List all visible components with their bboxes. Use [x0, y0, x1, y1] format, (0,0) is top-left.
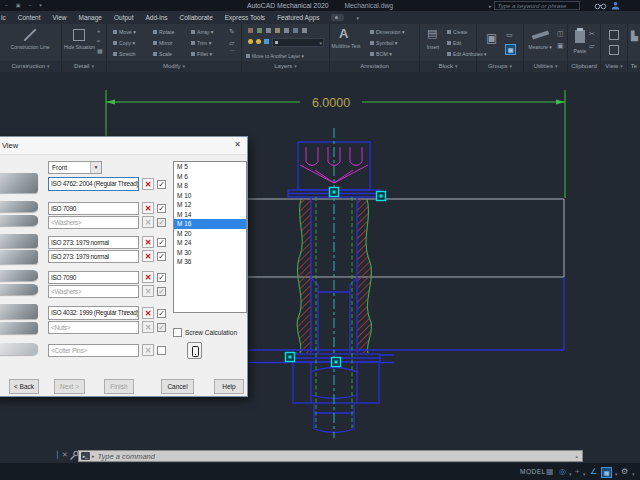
customization-gear-icon[interactable]: ⚙ [621, 466, 628, 477]
back-button[interactable]: < Back [9, 379, 39, 394]
calculator-icon[interactable]: ▣ [557, 42, 564, 49]
close-icon[interactable]: ✕ [234, 140, 241, 149]
layer-freeze-icon[interactable] [256, 39, 261, 44]
move-button[interactable]: Move ▾ [113, 30, 136, 35]
dimension-button[interactable]: Dimension ▾ [370, 30, 405, 35]
erase-icon[interactable]: ▱ [229, 39, 234, 46]
panel-label-construction[interactable]: Construction▾ [0, 61, 61, 72]
hole-top-field[interactable]: ISO 273: 1979 normal [48, 236, 139, 249]
array-button[interactable]: Array ▾ [191, 30, 213, 35]
arc-icon[interactable]: ⌒ [229, 50, 236, 57]
layer-lock-icon[interactable] [264, 39, 269, 44]
tab-express-tools[interactable]: Express Tools [225, 14, 265, 21]
spiral-icon[interactable]: ≈ [97, 38, 100, 44]
washer-top-field[interactable]: ISO 7090 [48, 202, 139, 215]
close-icon[interactable]: ✕ [62, 451, 68, 458]
panel-label-annotation[interactable]: Annotation [330, 61, 419, 72]
tab-collaborate[interactable]: Collaborate [180, 14, 213, 21]
tab-featured-apps[interactable]: Featured Apps [277, 14, 319, 21]
panel-label-layers[interactable]: Layers▾ [242, 61, 329, 72]
nut-visible-checkbox[interactable]: ✓ [157, 309, 166, 318]
layer-dropdown[interactable]: ▾ [272, 38, 324, 47]
cancel-button[interactable]: Cancel [161, 379, 194, 394]
model-space-button[interactable]: MODEL [520, 468, 546, 475]
screw-assembly[interactable] [240, 142, 564, 433]
copy-clip-icon[interactable]: ▱ [589, 42, 594, 49]
hole-bottom-field[interactable]: ISO 273: 1979 normal [48, 250, 139, 263]
mirror-button[interactable]: Mirror [153, 41, 173, 46]
list-item[interactable]: M 20 [174, 229, 246, 239]
layer-tool-icon[interactable] [266, 28, 271, 33]
list-item-selected[interactable]: M 16 [174, 219, 246, 229]
dialog-title-bar[interactable]: View ✕ [0, 137, 247, 155]
help-button[interactable]: Help [214, 379, 244, 394]
multiline-text-icon[interactable]: A [339, 27, 348, 40]
view-section-icon[interactable] [609, 45, 619, 55]
list-item[interactable]: M 5 [174, 162, 246, 172]
panel-label-utilities[interactable]: Utilities▾ [524, 61, 567, 72]
insert-button[interactable]: Insert [420, 44, 446, 50]
thread-size-list[interactable]: M 5 M 6 M 8 M 10 M 12 M 14 M 16 M 20 M 2… [173, 161, 247, 313]
hide-situation-button[interactable]: Hide Situation [63, 44, 96, 50]
chevron-down-icon[interactable]: ▾ [569, 469, 572, 480]
insert-block-icon[interactable]: ▤ [427, 28, 437, 39]
view-direction-dropdown[interactable]: Front ▼ [48, 161, 102, 174]
panel-label-modify[interactable]: Modify▾ [107, 61, 241, 72]
tab-view[interactable]: View [52, 14, 66, 21]
delete-nut-button[interactable]: ✕ [142, 307, 154, 319]
move-to-another-layer-button[interactable]: Move to Another Layer ▾ [246, 54, 304, 60]
nut-standard-field[interactable]: ISO 4032: 1999 (Regular Thread) [48, 306, 139, 320]
chevron-down-icon[interactable]: ▾ [632, 469, 635, 480]
expand-arrow-icon[interactable]: ▴ [575, 453, 578, 459]
chevron-down-icon[interactable]: ▾ [356, 15, 359, 21]
snap-mode-icon[interactable]: ◎ [559, 466, 566, 477]
multiline-text-button[interactable]: Multiline Text [330, 43, 362, 49]
front-view-toggle-button[interactable] [187, 342, 202, 359]
tab-add-ins[interactable]: Add-ins [145, 14, 167, 21]
pencil-icon[interactable]: ✎ [229, 28, 235, 35]
upper-plate[interactable] [240, 199, 564, 277]
screw-calculation-checkbox[interactable] [173, 328, 182, 337]
chevron-down-icon[interactable]: ▾ [615, 469, 618, 480]
panel-label-groups[interactable]: Groups▾ [477, 61, 523, 72]
create-block-button[interactable]: Create [447, 30, 467, 36]
delete-washer-button[interactable]: ✕ [142, 271, 154, 283]
tab-parametric-partial[interactable]: ic [1, 14, 6, 21]
list-item[interactable]: M 24 [174, 238, 246, 248]
hole-visible-checkbox[interactable]: ✓ [157, 252, 166, 261]
binoculars-search-icon[interactable] [594, 1, 607, 10]
panel-label-view[interactable]: View▾ [601, 61, 627, 72]
search-input[interactable] [494, 1, 580, 10]
layer-tool-icon[interactable] [284, 28, 289, 33]
fillet-button[interactable]: Fillet ▾ [191, 52, 212, 57]
hide-situation-icon[interactable] [73, 29, 85, 41]
view-base-icon[interactable] [609, 30, 619, 40]
paste-clipboard-icon[interactable] [575, 30, 585, 43]
rotate-button[interactable]: Rotate [153, 30, 174, 35]
quick-select-icon[interactable]: ◫ [557, 30, 564, 37]
tab-content[interactable]: Content [18, 14, 41, 21]
panel-label-detail[interactable]: Detail▾ [62, 61, 106, 72]
screw-calculation-option[interactable]: Screw Calculation [173, 328, 237, 337]
layer-tool-icon[interactable] [302, 28, 307, 33]
tool-icon[interactable]: ▙ [631, 32, 638, 41]
grid-icon[interactable]: ▦ [97, 48, 103, 54]
delete-screw-button[interactable]: ✕ [142, 178, 154, 190]
list-item[interactable]: M 14 [174, 210, 246, 220]
edit-block-button[interactable]: Edit [447, 41, 461, 47]
delete-hole-button[interactable]: ✕ [142, 236, 154, 248]
sign-in-user-icon[interactable] [611, 1, 620, 10]
panel-label-block[interactable]: Block▾ [420, 61, 476, 72]
cut-scissors-icon[interactable]: ✂ [589, 30, 595, 37]
panel-label-clipboard[interactable]: Clipboard [568, 61, 600, 72]
camera-icon[interactable] [331, 14, 344, 21]
scale-button[interactable]: Scale [153, 52, 172, 57]
list-item[interactable]: M 10 [174, 191, 246, 201]
symbol-button[interactable]: Symbol ▾ [370, 41, 397, 46]
object-snap-icon[interactable]: ▦ [601, 467, 612, 478]
ungroup-icon[interactable]: ▭ [506, 31, 513, 38]
layer-tool-icon[interactable] [293, 28, 298, 33]
tab-manage[interactable]: Manage [78, 14, 102, 21]
group-selection-on-icon[interactable]: ▦ [505, 44, 516, 55]
list-item[interactable]: M 12 [174, 200, 246, 210]
